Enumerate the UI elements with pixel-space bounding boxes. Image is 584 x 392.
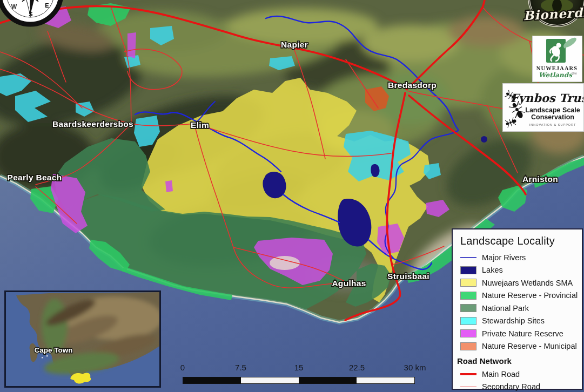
legend-label: Private Nature Reserve	[482, 330, 563, 338]
legend-swatch-lakes	[460, 266, 476, 274]
legend-item: Major Rivers	[453, 251, 582, 264]
town-label-napier: Napier	[281, 40, 308, 49]
legend-swatch-provincial	[460, 292, 476, 300]
nuwejaars-logo: NUWEJAARS Wetlands SMA	[532, 36, 582, 82]
legend-label: Secondary Road	[482, 383, 540, 391]
legend-swatch-sma	[460, 279, 476, 287]
scalebar-segment	[241, 377, 299, 383]
legend-label: Lakes	[482, 266, 503, 274]
lake	[481, 136, 487, 143]
legend-swatch-stewardship	[460, 317, 476, 325]
legend-item: Nature Reserve - Municipal	[453, 340, 582, 353]
legend-road-items: Main RoadSecondary Road	[453, 368, 582, 392]
town-label-pearly-beach: Pearly Beach	[8, 173, 62, 182]
map-canvas: NapierBredasdorpBaardskeerdersbosElimPea…	[0, 0, 584, 392]
compass-letter-w: W	[11, 3, 17, 10]
scalebar-tick: 22.5	[349, 363, 365, 372]
private-reserve	[127, 32, 136, 58]
town-label-arniston: Arniston	[522, 174, 558, 184]
scalebar-tick: 30 km	[404, 363, 426, 372]
legend-swatch-road_secondary	[460, 387, 476, 387]
legend-title: Landscape Locality	[453, 229, 582, 251]
town-label-agulhas: Agulhas	[332, 279, 366, 288]
scalebar-segment	[183, 377, 241, 383]
scalebar-tick: 7.5	[235, 363, 246, 372]
legend-swatch-private	[460, 329, 476, 337]
legend-label: Nature Reserve - Provincial	[482, 292, 578, 300]
legend-item: Nuwejaars Wetlands SMA	[453, 276, 582, 289]
fynbos-line3: INNOVATION & SUPPORT	[529, 123, 576, 126]
legend-item: Private Nature Reserve	[453, 327, 582, 340]
legend-item: Secondary Road	[453, 381, 582, 392]
nuwejaars-title: NUWEJAARS	[536, 65, 578, 71]
town-label-baardskeerdersbos: Baardskeerdersbos	[52, 119, 133, 129]
scalebar-tick: 15	[294, 363, 304, 372]
fynbos-trust-logo: Fynbos Trust Landscape Scale Conservatio…	[502, 83, 584, 132]
scalebar-bar	[183, 377, 415, 384]
legend-item: Nature Reserve - Provincial	[453, 289, 582, 302]
legend-items: Major RiversLakesNuwejaars Wetlands SMAN…	[453, 251, 582, 353]
scalebar-segment	[357, 377, 414, 383]
legend-label: Nature Reserve - Municipal	[482, 342, 577, 350]
legend-label: Stewardship Sites	[482, 317, 545, 325]
nuwejaars-tag: SMA	[572, 72, 577, 75]
scalebar-tick: 0	[180, 363, 185, 372]
inset-map: Cape Town	[4, 290, 161, 388]
legend-road-section-title: Road Network	[453, 353, 582, 368]
legend: Landscape Locality Major RiversLakesNuwe…	[452, 228, 583, 390]
legend-item: National Park	[453, 302, 582, 315]
legend-label: Nuwejaars Wetlands SMA	[482, 279, 573, 287]
scalebar-labels: 07.51522.530 km	[183, 363, 415, 374]
legend-swatch-municipal	[460, 342, 476, 350]
private-reserve	[165, 180, 173, 192]
fynbos-title: Fynbos Trust	[511, 91, 583, 105]
compass-letter-s: S	[29, 11, 32, 17]
inset-cape-town-label: Cape Town	[34, 346, 72, 354]
town-label-struisbaai: Struisbaai	[387, 272, 429, 281]
legend-swatch-park	[460, 304, 476, 312]
nuwejaars-subtitle: Wetlands	[539, 71, 573, 79]
fynbos-line2: Conservation	[531, 113, 574, 121]
legend-label: Major Rivers	[482, 254, 526, 262]
scalebar: 07.51522.530 km	[183, 363, 415, 384]
legend-item: Stewardship Sites	[453, 315, 582, 328]
town-label-bredasdorp: Bredasdorp	[388, 80, 437, 90]
legend-swatch-river	[460, 257, 476, 258]
legend-item: Main Road	[453, 368, 582, 381]
scalebar-segment	[299, 377, 357, 383]
fynbos-line1: Landscape Scale	[525, 106, 580, 114]
compass-letter-e: E	[45, 2, 49, 9]
legend-swatch-road_main	[460, 373, 476, 375]
bionerds-wordmark: Bionerds	[523, 5, 584, 23]
legend-item: Lakes	[453, 264, 582, 277]
town-label-elim: Elim	[191, 120, 209, 130]
legend-label: Main Road	[482, 370, 520, 379]
legend-label: National Park	[482, 305, 529, 313]
